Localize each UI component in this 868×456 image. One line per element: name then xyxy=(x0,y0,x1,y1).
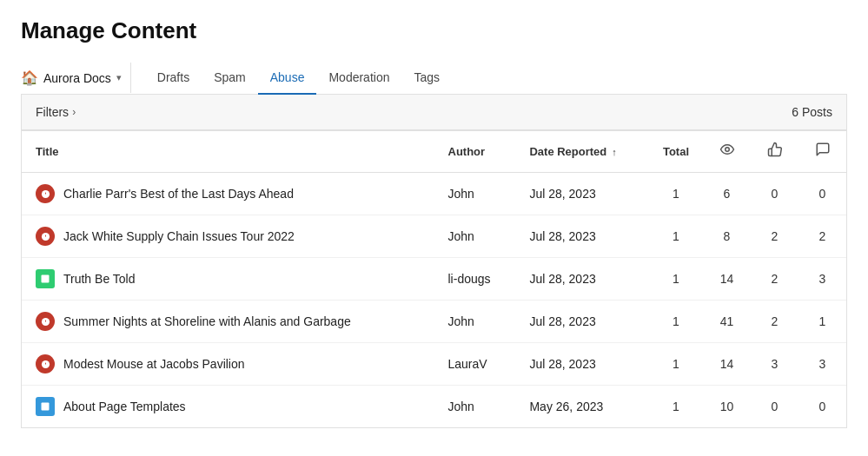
post-title[interactable]: Jack White Supply Chain Issues Tour 2022 xyxy=(63,229,295,243)
cell-views: 6 xyxy=(703,173,751,215)
cell-date: Jul 28, 2023 xyxy=(515,173,648,215)
nav-bar: 🏠 Aurora Docs ▾ DraftsSpamAbuseModeratio… xyxy=(21,62,847,95)
cell-total: 1 xyxy=(649,386,703,428)
svg-rect-14 xyxy=(42,403,50,411)
post-title[interactable]: Truth Be Told xyxy=(63,272,136,286)
cell-likes: 2 xyxy=(751,301,798,343)
cell-total: 1 xyxy=(649,301,703,343)
col-header-views xyxy=(703,131,751,173)
chevron-right-icon: › xyxy=(72,106,76,118)
post-icon xyxy=(36,269,55,288)
col-header-author: Author xyxy=(434,131,516,173)
post-icon xyxy=(36,312,55,331)
cell-title: Jack White Supply Chain Issues Tour 2022 xyxy=(22,215,434,258)
cell-views: 14 xyxy=(703,258,751,301)
post-icon xyxy=(36,184,55,203)
cell-author: John xyxy=(434,301,516,343)
cell-date: Jul 28, 2023 xyxy=(515,301,648,343)
cell-total: 1 xyxy=(649,215,703,258)
post-icon xyxy=(36,227,55,246)
date-reported-label: Date Reported xyxy=(529,145,606,158)
cell-likes: 3 xyxy=(751,343,798,386)
table-row[interactable]: Summer Nights at Shoreline with Alanis a… xyxy=(22,301,846,343)
cell-comments: 2 xyxy=(798,215,846,258)
cell-title: Charlie Parr's Best of the Last Days Ahe… xyxy=(22,173,434,215)
home-icon: 🏠 xyxy=(21,69,38,86)
tab-tags[interactable]: Tags xyxy=(401,62,452,95)
cell-likes: 2 xyxy=(751,258,798,301)
cell-total: 1 xyxy=(649,173,703,215)
cell-author: LauraV xyxy=(434,343,516,386)
table-row[interactable]: Modest Mouse at Jacobs Pavilion LauraV J… xyxy=(22,343,846,386)
post-title[interactable]: Modest Mouse at Jacobs Pavilion xyxy=(63,357,245,371)
table-row[interactable]: Truth Be Told li-dougs Jul 28, 2023 1 14… xyxy=(22,258,846,301)
cell-author: John xyxy=(434,215,516,258)
cell-total: 1 xyxy=(649,343,703,386)
post-icon xyxy=(36,397,55,416)
cell-comments: 0 xyxy=(798,386,846,428)
tab-spam[interactable]: Spam xyxy=(202,62,258,95)
cell-comments: 0 xyxy=(798,173,846,215)
cell-date: May 26, 2023 xyxy=(515,386,648,428)
cell-comments: 3 xyxy=(798,258,846,301)
filters-button[interactable]: Filters › xyxy=(36,103,81,121)
col-header-comments xyxy=(798,131,846,173)
col-header-title: Title xyxy=(22,131,434,173)
cell-views: 14 xyxy=(703,343,751,386)
filters-label: Filters xyxy=(36,105,69,119)
col-header-date[interactable]: Date Reported ↑ xyxy=(515,131,648,173)
table-row[interactable]: Charlie Parr's Best of the Last Days Ahe… xyxy=(22,173,846,215)
cell-comments: 1 xyxy=(798,301,846,343)
site-selector[interactable]: 🏠 Aurora Docs ▾ xyxy=(21,63,131,93)
cell-views: 8 xyxy=(703,215,751,258)
cell-views: 10 xyxy=(703,386,751,428)
cell-likes: 0 xyxy=(751,173,798,215)
svg-point-0 xyxy=(725,148,729,152)
col-header-likes xyxy=(751,131,798,173)
cell-title: About Page Templates xyxy=(22,386,434,428)
cell-likes: 0 xyxy=(751,386,798,428)
post-icon xyxy=(36,354,55,373)
table-header-row: Title Author Date Reported ↑ Total xyxy=(22,131,846,173)
tab-drafts[interactable]: Drafts xyxy=(145,62,202,95)
post-count: 6 Posts xyxy=(792,105,832,119)
post-title[interactable]: Charlie Parr's Best of the Last Days Ahe… xyxy=(63,187,294,201)
cell-date: Jul 28, 2023 xyxy=(515,343,648,386)
cell-date: Jul 28, 2023 xyxy=(515,258,648,301)
cell-comments: 3 xyxy=(798,343,846,386)
content-table-container: Title Author Date Reported ↑ Total xyxy=(21,130,847,428)
post-title[interactable]: About Page Templates xyxy=(63,400,186,413)
chevron-down-icon: ▾ xyxy=(116,72,122,83)
svg-rect-7 xyxy=(42,275,50,283)
nav-tabs: DraftsSpamAbuseModerationTags xyxy=(145,62,452,94)
cell-author: John xyxy=(434,173,516,215)
col-header-total: Total xyxy=(649,131,703,173)
sort-arrow-icon: ↑ xyxy=(612,147,617,157)
table-row[interactable]: About Page Templates John May 26, 2023 1… xyxy=(22,386,846,428)
post-title[interactable]: Summer Nights at Shoreline with Alanis a… xyxy=(63,314,351,328)
filter-bar: Filters › 6 Posts xyxy=(21,95,847,130)
cell-views: 41 xyxy=(703,301,751,343)
cell-date: Jul 28, 2023 xyxy=(515,215,648,258)
cell-author: li-dougs xyxy=(434,258,516,301)
cell-total: 1 xyxy=(649,258,703,301)
tab-moderation[interactable]: Moderation xyxy=(316,62,401,95)
cell-likes: 2 xyxy=(751,215,798,258)
cell-author: John xyxy=(434,386,516,428)
cell-title: Summer Nights at Shoreline with Alanis a… xyxy=(22,301,434,343)
cell-title: Truth Be Told xyxy=(22,258,434,301)
table-row[interactable]: Jack White Supply Chain Issues Tour 2022… xyxy=(22,215,846,258)
site-name: Aurora Docs xyxy=(43,71,111,85)
tab-abuse[interactable]: Abuse xyxy=(258,62,317,95)
content-table: Title Author Date Reported ↑ Total xyxy=(22,131,846,427)
cell-title: Modest Mouse at Jacobs Pavilion xyxy=(22,343,434,386)
page-title: Manage Content xyxy=(21,17,847,44)
